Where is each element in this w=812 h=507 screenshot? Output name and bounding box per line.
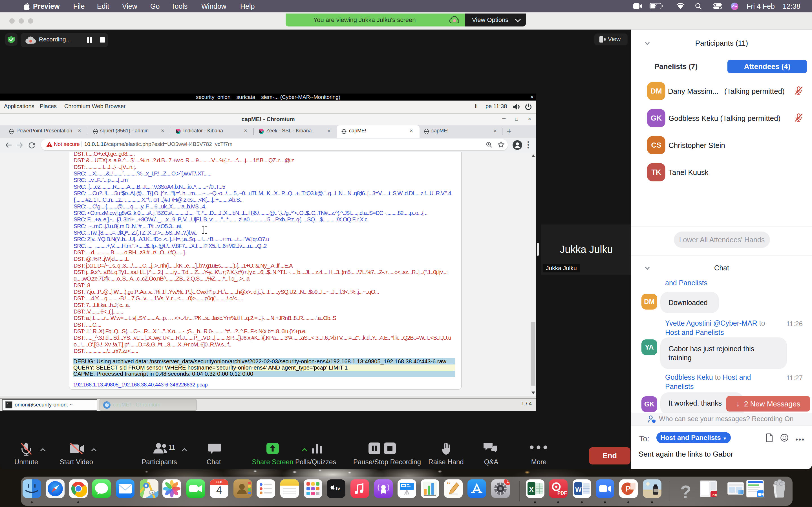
svg-text:X: X xyxy=(529,485,534,494)
svg-text:280: 280 xyxy=(150,491,154,494)
svg-text:tv: tv xyxy=(336,486,340,491)
svg-text:PDF: PDF xyxy=(557,490,567,496)
svg-text:“: “ xyxy=(446,480,451,489)
svg-text:P: P xyxy=(625,485,631,493)
svg-text:W: W xyxy=(575,486,581,493)
